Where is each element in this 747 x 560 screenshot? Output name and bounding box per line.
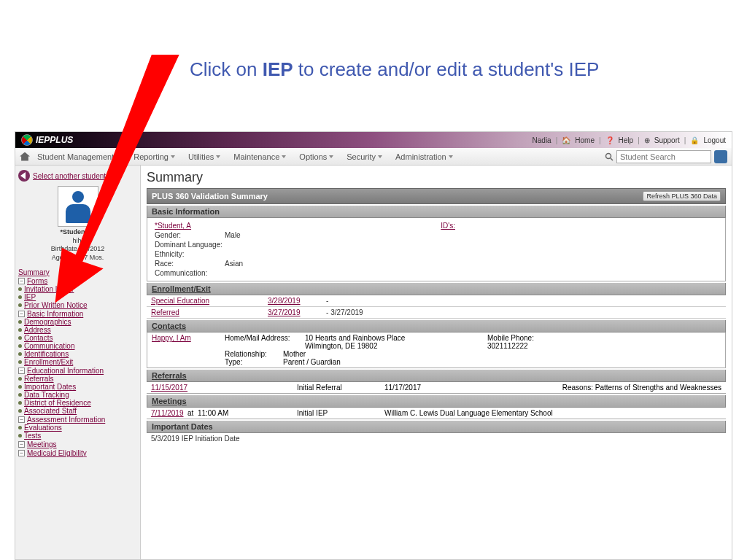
tree-tests[interactable]: Tests	[24, 432, 41, 440]
tree-educational-info[interactable]: Educational Information	[27, 367, 104, 375]
search-icon	[605, 152, 614, 161]
chevron-down-icon	[282, 155, 286, 158]
referred-link[interactable]: Referred	[151, 308, 179, 316]
collapse-icon[interactable]: −	[18, 416, 25, 423]
menu-student-mgmt[interactable]: Student Management	[31, 149, 126, 164]
tree-identifications[interactable]: Identifications	[24, 350, 69, 358]
tree-important-dates[interactable]: Important Dates	[24, 383, 76, 391]
bullet-icon	[18, 336, 22, 340]
tree-iep[interactable]: IEP	[24, 293, 36, 301]
tree-communication[interactable]: Communication	[24, 342, 74, 350]
meeting-time: 11:00 AM	[198, 409, 228, 417]
logo-icon	[21, 134, 33, 146]
referral-date-link[interactable]: 11/15/2017	[151, 384, 187, 392]
meetings-header: Meetings	[147, 395, 726, 408]
tree-forms[interactable]: Forms	[27, 277, 47, 285]
user-name: Nadia	[533, 136, 551, 144]
meeting-date-link[interactable]: 7/11/2019	[151, 409, 184, 417]
tree-referrals[interactable]: Referrals	[24, 375, 54, 383]
important-dates-header: Important Dates	[147, 421, 726, 433]
tree-contacts[interactable]: Contacts	[24, 334, 53, 342]
home-icon: 🏠	[562, 136, 570, 144]
tree-enrollment-exit[interactable]: Enrollment/Exit	[24, 358, 73, 366]
student-line1: hihi	[18, 237, 137, 246]
ethnicity-value	[225, 250, 356, 258]
bullet-icon	[18, 377, 22, 381]
referral-row: 11/15/2017 Initial Referral 11/17/2017 R…	[147, 382, 726, 394]
validation-header: PLUS 360 Validation Summary Refresh PLUS…	[147, 188, 726, 204]
bullet-icon	[18, 385, 22, 389]
tree-meetings[interactable]: Meetings	[27, 440, 57, 448]
referrals-header: Referrals	[147, 370, 726, 382]
help-link[interactable]: Help	[619, 136, 634, 144]
menu-security[interactable]: Security	[341, 149, 388, 164]
table-row: Referred3/27/2019- 3/27/2019	[147, 307, 726, 319]
page-title: Summary	[147, 168, 726, 188]
logout-link[interactable]: Logout	[703, 136, 726, 144]
ids-link[interactable]: ID's:	[441, 222, 455, 230]
chevron-down-icon	[449, 155, 453, 158]
referrals-header-link[interactable]: Referrals	[152, 371, 187, 380]
tree-basic-info[interactable]: Basic Information	[27, 310, 83, 318]
enrollment-header-link[interactable]: Enrollment/Exit	[152, 284, 211, 293]
tree-invitation-letter[interactable]: Invitation Letter	[24, 285, 74, 293]
refresh-button[interactable]: Refresh PLUS 360 Data	[643, 191, 721, 201]
tree-district-residence[interactable]: District of Residence	[24, 399, 91, 407]
menu-reporting[interactable]: Reporting	[128, 149, 181, 164]
collapse-icon[interactable]: −	[18, 368, 25, 374]
referral-date2: 11/17/2017	[384, 384, 472, 392]
contact-name-link[interactable]: Happy, I Am	[152, 334, 191, 342]
enroll-date-1[interactable]: 3/28/2019	[268, 297, 301, 305]
tree-demographics[interactable]: Demographics	[24, 318, 71, 326]
tree-address[interactable]: Address	[24, 326, 51, 334]
bullet-icon	[18, 328, 22, 332]
home-link[interactable]: Home	[575, 136, 595, 144]
menu-utilities[interactable]: Utilities	[182, 149, 226, 164]
menu-home-icon[interactable]	[20, 152, 30, 161]
gender-value: Male	[225, 231, 356, 239]
student-name: *Student, A	[60, 228, 95, 236]
collapse-icon[interactable]: −	[18, 450, 25, 456]
referral-kind: Initial Referral	[297, 384, 384, 392]
tree-associated-staff[interactable]: Associated Staff	[24, 407, 77, 415]
svg-line-2	[611, 158, 613, 160]
relationship-label: Relationship:	[225, 350, 283, 358]
bullet-icon	[18, 344, 22, 348]
tree-medicaid[interactable]: Medicaid Eligibility	[27, 449, 87, 457]
svg-point-1	[606, 153, 611, 158]
enrollment-header: Enrollment/Exit	[147, 283, 726, 295]
menu-maintenance[interactable]: Maintenance	[228, 149, 292, 164]
student-card: *Student, A hihi Birthdate 1/1/2012 Age …	[18, 186, 137, 262]
tree-data-tracking[interactable]: Data Tracking	[24, 391, 69, 399]
chevron-down-icon	[329, 155, 333, 158]
collapse-icon[interactable]: −	[18, 278, 25, 284]
menu-options[interactable]: Options	[293, 149, 339, 164]
bullet-icon	[18, 360, 22, 364]
select-another-student-link[interactable]: Select another student	[33, 172, 106, 180]
instruction-text: Click on IEP to create and/or edit a stu…	[190, 58, 599, 81]
chevron-down-icon	[216, 155, 220, 158]
tree-prior-written-notice[interactable]: Prior Written Notice	[24, 301, 88, 309]
back-icon[interactable]	[18, 170, 30, 182]
bullet-icon	[18, 401, 22, 405]
user-lookup-icon[interactable]	[714, 150, 727, 163]
tree-assessment-info[interactable]: Assessment Information	[27, 416, 105, 424]
contacts-header-link[interactable]: Contacts	[152, 322, 186, 330]
race-value: Asian	[225, 260, 356, 268]
menu-administration[interactable]: Administration	[390, 149, 459, 164]
topbar: IEPPLUS Nadia | 🏠Home | ❓Help | ⊕Support…	[15, 132, 732, 148]
student-link[interactable]: *Student, A	[155, 222, 191, 230]
student-avatar	[58, 186, 98, 227]
meetings-header-link[interactable]: Meetings	[152, 397, 187, 405]
special-ed-link[interactable]: Special Education	[151, 297, 209, 305]
chevron-down-icon	[378, 155, 382, 158]
collapse-icon[interactable]: −	[18, 441, 25, 448]
search-input[interactable]	[616, 150, 711, 163]
app-window: IEPPLUS Nadia | 🏠Home | ❓Help | ⊕Support…	[15, 131, 732, 560]
support-link[interactable]: Support	[654, 136, 680, 144]
tree-evaluations[interactable]: Evaluations	[24, 424, 62, 432]
phone-value: 3021112222	[487, 342, 528, 350]
enroll-date-2[interactable]: 3/27/2019	[268, 308, 301, 316]
collapse-icon[interactable]: −	[18, 311, 25, 317]
tree-summary[interactable]: Summary	[18, 268, 50, 276]
